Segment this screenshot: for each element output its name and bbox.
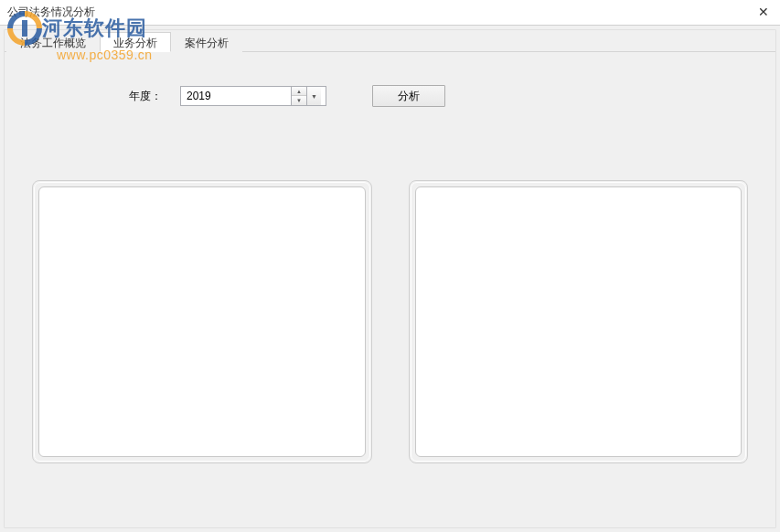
year-label: 年度：	[129, 89, 162, 104]
chart-panel-left	[32, 180, 372, 463]
tab-content: 年度： ▲ ▼ ▼ 分析	[5, 52, 775, 527]
tab-business-analysis[interactable]: 业务分析	[100, 32, 171, 52]
chart-canvas-right	[415, 186, 743, 457]
panels-row	[5, 107, 775, 463]
close-icon[interactable]: ✕	[758, 5, 769, 19]
window-title: 公司法务情况分析	[7, 5, 95, 20]
analyze-button[interactable]: 分析	[372, 85, 445, 107]
spinner-down-icon[interactable]: ▼	[292, 96, 306, 105]
spinner-buttons: ▲ ▼	[291, 87, 306, 105]
window-body: 法务工作概览 业务分析 案件分析 年度： ▲ ▼ ▼ 分析	[0, 26, 780, 532]
tab-case-analysis[interactable]: 案件分析	[171, 32, 242, 52]
tabs-container: 法务工作概览 业务分析 案件分析	[5, 30, 775, 52]
year-input[interactable]	[181, 87, 291, 105]
chevron-down-icon[interactable]: ▼	[306, 87, 321, 105]
spinner-up-icon[interactable]: ▲	[292, 87, 306, 96]
chart-panel-right	[409, 180, 749, 463]
outer-panel: 法务工作概览 业务分析 案件分析 年度： ▲ ▼ ▼ 分析	[4, 29, 776, 528]
tab-overview[interactable]: 法务工作概览	[6, 32, 100, 52]
titlebar: 公司法务情况分析 ✕	[0, 0, 780, 26]
controls-row: 年度： ▲ ▼ ▼ 分析	[5, 52, 775, 107]
year-spinner: ▲ ▼ ▼	[180, 86, 326, 106]
chart-canvas-left	[38, 186, 366, 457]
